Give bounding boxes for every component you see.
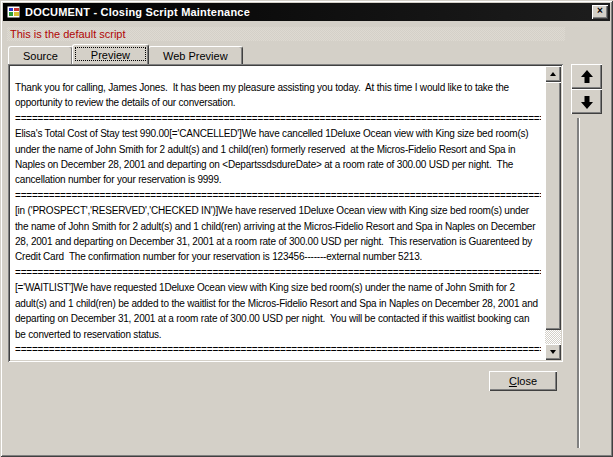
move-up-button[interactable] <box>571 64 602 89</box>
vertical-scrollbar[interactable] <box>545 66 561 360</box>
script-paragraph: Thank you for calling, James Jones. It h… <box>15 80 541 111</box>
window-close-icon[interactable]: × <box>592 5 608 19</box>
move-down-button[interactable] <box>571 89 602 114</box>
separator-line: ========================================… <box>15 265 541 280</box>
closing-script-maintenance-window: DOCUMENT - Closing Script Maintenance × … <box>0 0 613 457</box>
tabstrip: Source Preview Web Preview <box>8 44 243 64</box>
script-preview-area[interactable]: Thank you for calling, James Jones. It h… <box>8 64 563 362</box>
right-groove-divider <box>577 118 579 448</box>
status-banner-text: This is the default script <box>10 28 126 40</box>
down-arrow-icon <box>579 94 595 110</box>
close-button[interactable]: Close <box>489 371 557 391</box>
script-paragraph: [='WAITLIST']We have requested 1Deluxe O… <box>15 280 541 342</box>
tab-preview[interactable]: Preview <box>72 44 149 64</box>
separator-line: ========================================… <box>15 188 541 203</box>
scrollbar-thumb[interactable] <box>545 82 561 330</box>
up-arrow-icon <box>579 69 595 85</box>
document-app-icon <box>6 5 22 19</box>
scroll-up-icon[interactable] <box>545 66 561 82</box>
status-banner: This is the default script <box>7 27 565 41</box>
window-title: DOCUMENT - Closing Script Maintenance <box>25 6 250 18</box>
scroll-down-icon[interactable] <box>545 344 561 360</box>
tab-web-preview[interactable]: Web Preview <box>148 46 243 64</box>
separator-line: ========================================… <box>15 357 541 360</box>
titlebar[interactable]: DOCUMENT - Closing Script Maintenance × <box>3 3 610 21</box>
separator-line: ========================================… <box>15 111 541 126</box>
close-button-label: Close <box>509 375 537 387</box>
separator-line: ========================================… <box>15 342 541 357</box>
script-paragraph: Elisa's Total Cost of Stay test 990.00[=… <box>15 126 541 188</box>
nav-arrows <box>571 64 602 114</box>
tab-source[interactable]: Source <box>8 46 73 64</box>
script-document: Thank you for calling, James Jones. It h… <box>10 66 545 360</box>
script-paragraph: [in ('PROSPECT','RESERVED','CHECKED IN')… <box>15 203 541 265</box>
